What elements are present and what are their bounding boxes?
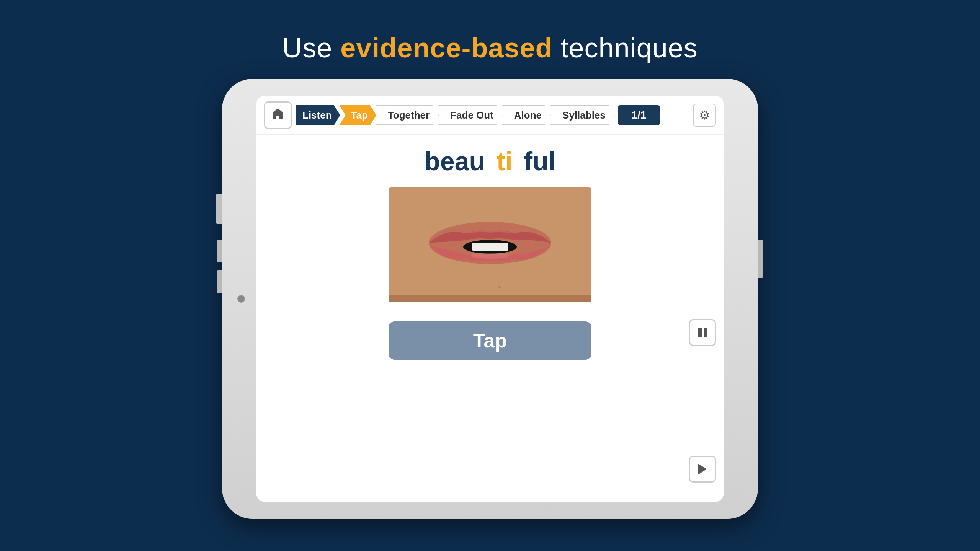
- syllable-ti: ti: [497, 146, 513, 176]
- step-fadeout[interactable]: Fade Out: [438, 105, 503, 125]
- step-listen[interactable]: Listen: [296, 105, 340, 125]
- step-tap-label: Tap: [351, 109, 368, 121]
- headline-highlight: evidence-based: [340, 33, 552, 63]
- pause-icon: [698, 328, 707, 337]
- syllables-display: beau ti ful: [424, 146, 555, 176]
- headline: Use evidence-based techniques: [282, 32, 698, 64]
- step-syllables[interactable]: Syllables: [550, 105, 615, 125]
- vol-down-button[interactable]: [217, 270, 222, 293]
- progress-text: 1/1: [631, 109, 646, 121]
- svg-rect-9: [389, 295, 591, 302]
- main-content: beau ti ful: [256, 135, 724, 502]
- step-together-label: Together: [388, 109, 430, 121]
- vol-up-button[interactable]: [217, 240, 222, 262]
- step-listen-label: Listen: [302, 109, 332, 121]
- phone-shell: Listen Tap Together: [222, 79, 758, 519]
- settings-button[interactable]: ⚙: [693, 104, 716, 127]
- step-alone[interactable]: Alone: [502, 105, 551, 125]
- syllable-beau: beau: [424, 146, 485, 176]
- settings-icon: ⚙: [699, 108, 710, 122]
- next-arrow-icon: [698, 464, 707, 474]
- home-icon: [271, 107, 285, 124]
- step-alone-label: Alone: [514, 109, 542, 121]
- headline-prefix: Use: [282, 33, 340, 63]
- mouth-svg: [389, 187, 591, 302]
- mouth-image-container: [389, 187, 591, 302]
- svg-point-6: [471, 253, 509, 259]
- headline-suffix: techniques: [553, 33, 698, 63]
- step-together[interactable]: Together: [376, 105, 439, 125]
- pause-button[interactable]: [689, 319, 716, 346]
- phone-screen: Listen Tap Together: [256, 96, 724, 502]
- step-syllables-label: Syllables: [562, 109, 606, 121]
- tap-button[interactable]: Tap: [389, 321, 591, 360]
- progress-indicator: 1/1: [618, 105, 660, 125]
- next-button[interactable]: [689, 456, 716, 483]
- step-fadeout-label: Fade Out: [450, 109, 493, 121]
- svg-point-8: [498, 286, 501, 288]
- nav-bar: Listen Tap Together: [256, 96, 724, 135]
- power-button[interactable]: [758, 240, 763, 278]
- syllable-ful: ful: [524, 146, 556, 176]
- tap-button-label: Tap: [473, 329, 507, 352]
- camera: [237, 295, 245, 303]
- step-tap[interactable]: Tap: [340, 105, 376, 125]
- home-button[interactable]: [264, 101, 292, 129]
- steps-container: Listen Tap Together: [296, 105, 685, 125]
